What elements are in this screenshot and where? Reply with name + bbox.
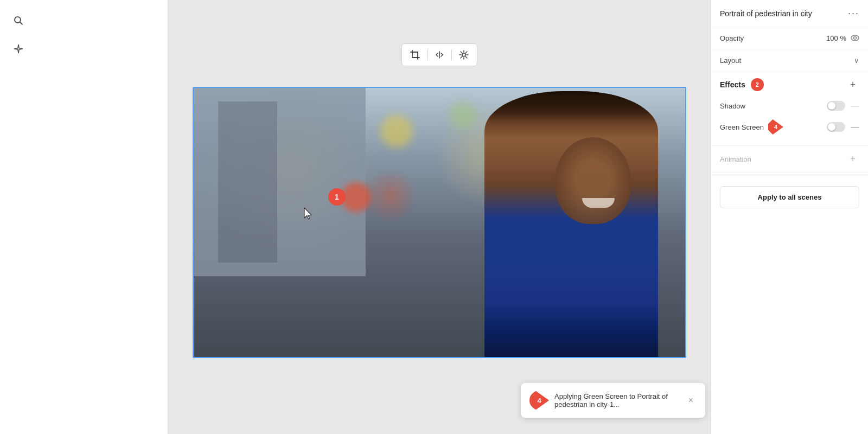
apply-all-scenes-button[interactable]: Apply to all scenes <box>720 186 859 208</box>
mouse-cursor <box>302 207 315 225</box>
crop-tool-icon[interactable] <box>407 47 423 62</box>
green-screen-controls: — <box>827 122 859 132</box>
panel-separator <box>711 175 868 175</box>
green-screen-label: Green Screen <box>720 123 764 131</box>
animation-section: Animation + <box>711 146 868 173</box>
animation-label: Animation <box>720 155 751 163</box>
canvas-toolbar <box>401 43 477 66</box>
svg-point-2 <box>462 53 465 56</box>
green-screen-badge: 4 <box>768 119 783 135</box>
sparkle-icon[interactable] <box>9 39 28 59</box>
effects-title: Effects <box>720 80 745 89</box>
effects-add-button[interactable]: + <box>846 78 859 91</box>
left-sidebar <box>0 0 168 434</box>
layout-chevron-icon: ∨ <box>854 56 859 65</box>
shadow-label: Shadow <box>720 102 745 110</box>
toolbar-divider-2 <box>451 49 452 60</box>
green-screen-effect-row: Green Screen 4 — <box>720 115 859 139</box>
right-panel: Portrait of pedestrian in city ··· Opaci… <box>711 0 868 434</box>
toast-close-button[interactable]: × <box>685 394 697 406</box>
visibility-icon[interactable] <box>851 34 859 43</box>
panel-header: Portrait of pedestrian in city ··· <box>711 0 868 27</box>
flip-tool-icon[interactable] <box>432 47 447 62</box>
opacity-row: Opacity 100 % <box>711 27 868 50</box>
shadow-effect-row: Shadow — <box>720 97 859 115</box>
step-badge-1: 1 <box>328 188 346 206</box>
effects-section: Effects 2 + Shadow — Green Screen 4 — <box>711 72 868 146</box>
svg-line-1 <box>20 22 23 25</box>
green-screen-remove-button[interactable]: — <box>851 123 859 131</box>
opacity-label: Opacity <box>720 34 744 42</box>
person-figure <box>484 91 658 357</box>
panel-title: Portrait of pedestrian in city <box>720 9 812 18</box>
opacity-value: 100 % <box>826 34 859 43</box>
layout-label: Layout <box>720 56 741 65</box>
opacity-number: 100 % <box>826 34 846 42</box>
toolbar-divider <box>427 49 427 60</box>
panel-more-button[interactable]: ··· <box>848 8 859 19</box>
green-screen-toggle[interactable] <box>827 122 845 132</box>
toast-notification: 4 Applying Green Screen to Portrait of p… <box>521 383 705 418</box>
transform-tool-icon[interactable] <box>456 47 471 62</box>
svg-point-3 <box>851 35 859 41</box>
shadow-toggle[interactable] <box>827 101 845 111</box>
effects-header: Effects 2 + <box>720 78 859 91</box>
main-canvas-area: 1 4 Applying Green Screen to Portrait of… <box>168 0 711 434</box>
toast-badge: 4 <box>529 391 549 410</box>
animation-add-button[interactable]: + <box>846 152 859 165</box>
shadow-remove-button[interactable]: — <box>851 101 859 110</box>
shadow-controls: — <box>827 101 859 111</box>
toast-message: Applying Green Screen to Portrait of ped… <box>554 392 680 409</box>
layout-row[interactable]: Layout ∨ <box>711 50 868 72</box>
face-detail <box>555 137 631 224</box>
canvas-image-container[interactable]: 1 <box>193 87 686 358</box>
effects-badge: 2 <box>751 78 764 91</box>
search-icon[interactable] <box>9 11 28 30</box>
svg-point-4 <box>854 37 857 40</box>
